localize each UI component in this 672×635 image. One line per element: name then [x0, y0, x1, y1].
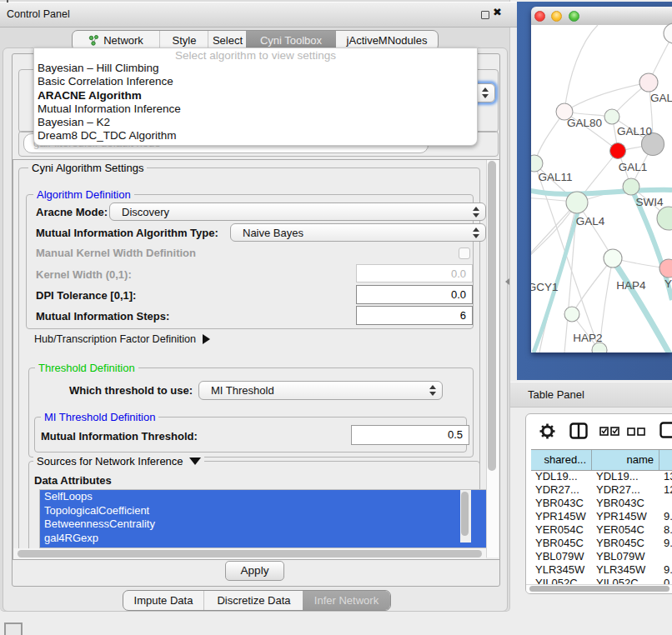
- table-cell: YDL19...: [592, 470, 663, 483]
- float-window-icon[interactable]: [481, 11, 489, 19]
- table-row[interactable]: YBL079WYBL079W: [531, 550, 672, 563]
- data-attributes-list[interactable]: SelfLoops TopologicalCoefficient Between…: [39, 489, 487, 548]
- network-node-label: GCY1: [531, 281, 558, 293]
- kernel-width-field[interactable]: 0.0: [356, 264, 473, 282]
- which-threshold-arrows-icon: [429, 385, 436, 396]
- tab-infer-network[interactable]: Infer Network: [303, 591, 390, 610]
- table-cell: YBL079W: [592, 550, 663, 563]
- algorithm-option[interactable]: Bayesian – Hill Climbing: [34, 62, 477, 75]
- network-node-label: GAL4: [576, 215, 605, 228]
- table-cell: YPR145W: [531, 510, 595, 523]
- mi-type-combo[interactable]: Naive Bayes: [230, 223, 486, 242]
- dock-icon[interactable]: [4, 622, 23, 635]
- mit-field[interactable]: 0.5: [351, 425, 469, 445]
- which-threshold-label: Which threshold to use:: [69, 384, 193, 397]
- table-hscrollbar-thumb[interactable]: [529, 586, 669, 592]
- mi-steps-value: 6: [460, 309, 466, 322]
- network-node[interactable]: [604, 109, 619, 124]
- hub-expand-icon[interactable]: [203, 334, 210, 344]
- table-row[interactable]: YER054CYER054C8.: [531, 523, 672, 537]
- network-node[interactable]: [604, 249, 622, 268]
- network-node[interactable]: [664, 23, 672, 43]
- dpi-tolerance-field[interactable]: 0.0: [356, 285, 473, 304]
- column-header-extra[interactable]: A: [659, 450, 672, 470]
- list-item[interactable]: TopologicalCoefficient: [40, 504, 486, 518]
- gear-icon[interactable]: [539, 423, 555, 439]
- tab-cyni-toolbox-label: Cyni Toolbox: [260, 34, 322, 47]
- sources-title: Sources for Network Inference: [33, 455, 204, 468]
- table-mode-icon[interactable]: [659, 422, 672, 439]
- network-node[interactable]: [623, 178, 639, 195]
- network-node[interactable]: [610, 143, 626, 159]
- close-panel-icon[interactable]: ✖: [493, 6, 502, 18]
- table-container: shared... name A YDL19...YDL19...13YDR27…: [525, 413, 672, 594]
- list-item[interactable]: gal4RGexp: [40, 532, 486, 546]
- table-cell: YDR27...: [531, 483, 595, 497]
- mac-minimize-icon[interactable]: [551, 11, 562, 22]
- algorithm-option[interactable]: Mutual Information Inference: [34, 102, 477, 116]
- table-row[interactable]: YBR043CYBR043C: [531, 497, 672, 510]
- network-node[interactable]: [639, 73, 658, 92]
- table-cell: [659, 497, 672, 510]
- sources-title-text: Sources for Network Inference: [37, 455, 183, 468]
- table-row[interactable]: YPR145WYPR145W9.: [531, 510, 672, 523]
- table-cell: 13: [659, 470, 672, 483]
- aracne-mode-combo[interactable]: Discovery: [109, 202, 486, 221]
- list-scrollbar-thumb[interactable]: [461, 492, 469, 536]
- mi-type-label: Mutual Information Algorithm Type:: [36, 227, 218, 239]
- network-node[interactable]: [566, 192, 588, 213]
- table-cell: 9.: [659, 510, 672, 523]
- tab-impute-data-label: Impute Data: [134, 594, 193, 607]
- manual-kernel-label: Manual Kernel Width Definition: [36, 247, 196, 259]
- mac-close-icon[interactable]: [534, 11, 545, 22]
- columns-icon[interactable]: [569, 422, 588, 439]
- network-node[interactable]: [564, 307, 579, 322]
- settings-hscrollbar-thumb[interactable]: [18, 550, 482, 558]
- network-icon: [88, 35, 99, 46]
- kernel-width-value: 0.0: [451, 268, 466, 280]
- apply-button[interactable]: Apply: [225, 561, 284, 581]
- column-header-name[interactable]: name: [592, 450, 659, 470]
- table-cell: YDL19...: [531, 470, 595, 483]
- settings-vscrollbar-thumb[interactable]: [488, 161, 496, 471]
- column-header-shared[interactable]: shared...: [531, 450, 592, 470]
- settings-scroll-viewport: Cyni Algorithm Settings Algorithm Defini…: [13, 159, 500, 560]
- splitter-arrow-icon[interactable]: [505, 278, 509, 285]
- network-node-label: YJ: [664, 278, 672, 290]
- aracne-mode-arrows-icon: [473, 207, 479, 218]
- list-item[interactable]: SelfLoops: [40, 490, 486, 504]
- mit-value: 0.5: [448, 428, 463, 441]
- table-row[interactable]: YBR045CYBR045C9.: [531, 537, 672, 550]
- tab-impute-data[interactable]: Impute Data: [123, 591, 203, 610]
- table-row[interactable]: YLR345WYLR345W9.: [531, 563, 672, 577]
- table-row[interactable]: YDR27...YDR27...12: [531, 483, 672, 497]
- table-cell: YBL079W: [531, 550, 595, 563]
- tab-discretize-data[interactable]: Discretize Data: [203, 591, 303, 610]
- deselect-all-checks-icon[interactable]: [627, 428, 645, 436]
- table-panel-title: Table Panel: [528, 388, 584, 401]
- table-row[interactable]: YDL19...YDL19...13: [531, 470, 672, 483]
- hub-section-row[interactable]: Hub/Transcription Factor Definition: [34, 333, 210, 345]
- algorithm-option[interactable]: Dream8 DC_TDC Algorithm: [34, 129, 477, 142]
- which-threshold-combo[interactable]: MI Threshold: [198, 381, 443, 400]
- algorithm-option[interactable]: Basic Correlation Inference: [34, 75, 477, 88]
- algorithm-dropdown: Select algorithm to view settings Bayesi…: [33, 48, 478, 146]
- algorithm-option[interactable]: Bayesian – K2: [34, 116, 477, 129]
- mi-steps-field[interactable]: 6: [356, 306, 473, 325]
- sources-collapse-icon[interactable]: [189, 458, 201, 465]
- network-node-label: GAL11: [538, 171, 572, 183]
- list-item[interactable]: BetweennessCentrality: [40, 518, 486, 532]
- table-cell: 8.: [659, 523, 672, 537]
- network-node-label: GAL2: [650, 92, 672, 104]
- algorithm-option-selected[interactable]: ARACNE Algorithm: [34, 89, 477, 102]
- network-canvas[interactable]: GAL2GAL80GAL10GAL1GAL11GAL4SWI4HAP4YJGCY…: [531, 25, 672, 352]
- data-attributes-label: Data Attributes: [34, 474, 112, 487]
- network-node-label: SWI4: [635, 196, 663, 208]
- table-cell: YBR045C: [592, 537, 663, 550]
- mac-zoom-icon[interactable]: [569, 11, 579, 22]
- select-all-checks-icon[interactable]: [599, 427, 619, 436]
- network-node-label: GAL80: [567, 117, 602, 129]
- manual-kernel-checkbox[interactable]: [459, 248, 470, 259]
- control-panel-title: Control Panel: [7, 8, 70, 20]
- control-panel-titlebar: [0, 2, 517, 28]
